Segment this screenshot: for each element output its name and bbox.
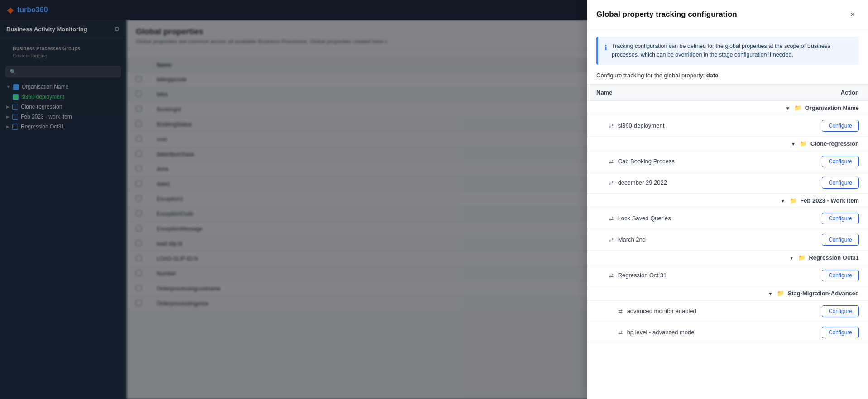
- group-expand-icon[interactable]: ▼: [791, 142, 796, 147]
- item-name-cell: ⇄ sl360-deployment: [587, 115, 778, 136]
- item-action-cell: Configure: [778, 300, 868, 322]
- folder-icon: 📁: [794, 104, 801, 111]
- process-icon: ⇄: [609, 123, 614, 129]
- item-label: March 2nd: [618, 236, 646, 243]
- folder-icon: 📁: [800, 140, 807, 147]
- configure-button-march[interactable]: Configure: [822, 234, 859, 246]
- group-label[interactable]: ▼ 📁 Stag-Migration-Advanced: [587, 286, 868, 300]
- modal-overlay: Global property tracking configuration ×…: [0, 0, 868, 399]
- item-row-sl360: ⇄ sl360-deployment Configure: [587, 115, 868, 136]
- configure-button-dec29[interactable]: Configure: [822, 177, 859, 189]
- configure-button-bplevel[interactable]: Configure: [822, 327, 859, 338]
- item-row-advmon: ⇄ advanced monitor enabled Configure: [587, 300, 868, 322]
- item-action-cell: Configure: [778, 208, 868, 229]
- property-name: date: [706, 72, 719, 79]
- group-expand-icon[interactable]: ▼: [768, 291, 772, 296]
- process-icon: ⇄: [618, 329, 623, 336]
- modal-header: Global property tracking configuration ×: [587, 0, 868, 29]
- item-row-march: ⇄ March 2nd Configure: [587, 229, 868, 250]
- group-name: Stag-Migration-Advanced: [788, 290, 859, 297]
- info-icon: ℹ: [604, 43, 607, 59]
- group-row-stag: ▼ 📁 Stag-Migration-Advanced: [587, 286, 868, 300]
- action-column-header: Action: [778, 84, 868, 100]
- folder-icon: 📁: [798, 254, 806, 261]
- group-row-regOct: ▼ 📁 Regression Oct31: [587, 250, 868, 265]
- group-label[interactable]: ▼ 📁 Feb 2023 - Work Item: [587, 193, 868, 208]
- process-icon: ⇄: [609, 237, 614, 243]
- item-row-lock: ⇄ Lock Saved Queries Configure: [587, 208, 868, 229]
- item-label: Lock Saved Queries: [618, 215, 671, 222]
- property-tracking-table: Name Action ▼ 📁 Organisation Name ⇄ sl36…: [587, 84, 868, 343]
- item-action-cell: Configure: [778, 151, 868, 172]
- modal-body: ℹ Tracking configuration can be defined …: [587, 29, 868, 399]
- info-banner: ℹ Tracking configuration can be defined …: [596, 37, 859, 65]
- item-name-cell: ⇄ Cab Booking Process: [587, 151, 778, 172]
- info-text: Tracking configuration can be defined fo…: [612, 42, 853, 59]
- item-name-cell: ⇄ March 2nd: [587, 229, 778, 250]
- configure-button-cab[interactable]: Configure: [822, 156, 859, 167]
- group-row-clone: ▼ 📁 Clone-regression: [587, 136, 868, 151]
- group-name: Regression Oct31: [809, 254, 859, 261]
- item-label: december 29 2022: [618, 179, 667, 186]
- group-label[interactable]: ▼ 📁 Organisation Name: [587, 100, 868, 115]
- group-expand-icon[interactable]: ▼: [786, 106, 790, 111]
- group-expand-icon[interactable]: ▼: [781, 199, 785, 204]
- item-action-cell: Configure: [778, 265, 868, 286]
- process-icon: ⇄: [609, 180, 614, 186]
- group-row-org: ▼ 📁 Organisation Name: [587, 100, 868, 115]
- item-name-cell: ⇄ advanced monitor enabled: [587, 300, 778, 322]
- process-icon: ⇄: [609, 272, 614, 279]
- item-label: sl360-deployment: [618, 122, 665, 129]
- folder-icon: 📁: [790, 197, 797, 204]
- item-name-cell: ⇄ Lock Saved Queries: [587, 208, 778, 229]
- group-label[interactable]: ▼ 📁 Regression Oct31: [587, 250, 868, 265]
- item-label: advanced monitor enabled: [627, 308, 696, 314]
- process-icon: ⇄: [618, 308, 623, 314]
- configure-tracking-label: Configure tracking for the global proper…: [587, 72, 868, 84]
- name-column-header: Name: [587, 84, 778, 100]
- configure-button-lock[interactable]: Configure: [822, 213, 859, 224]
- group-name: Organisation Name: [805, 104, 859, 111]
- group-name: Feb 2023 - Work Item: [800, 197, 859, 204]
- item-label: Cab Booking Process: [618, 158, 675, 165]
- configure-button-regitem[interactable]: Configure: [822, 270, 859, 281]
- process-icon: ⇄: [609, 158, 614, 165]
- item-name-cell: ⇄ bp level - advanced mode: [587, 322, 778, 343]
- item-action-cell: Configure: [778, 322, 868, 343]
- item-row-cab: ⇄ Cab Booking Process Configure: [587, 151, 868, 172]
- modal-close-button[interactable]: ×: [846, 8, 859, 21]
- item-row-dec29: ⇄ december 29 2022 Configure: [587, 172, 868, 193]
- item-name-cell: ⇄ Regression Oct 31: [587, 265, 778, 286]
- item-row-bplevel: ⇄ bp level - advanced mode Configure: [587, 322, 868, 343]
- group-label[interactable]: ▼ 📁 Clone-regression: [587, 136, 868, 151]
- modal-title: Global property tracking configuration: [596, 10, 737, 19]
- group-row-feb: ▼ 📁 Feb 2023 - Work Item: [587, 193, 868, 208]
- item-label: bp level - advanced mode: [627, 329, 695, 336]
- item-action-cell: Configure: [778, 172, 868, 193]
- item-row-regitem: ⇄ Regression Oct 31 Configure: [587, 265, 868, 286]
- configure-button-sl360[interactable]: Configure: [822, 120, 859, 132]
- configure-button-advmon[interactable]: Configure: [822, 305, 859, 317]
- process-icon: ⇄: [609, 215, 614, 222]
- group-expand-icon[interactable]: ▼: [789, 256, 794, 261]
- configure-prefix: Configure tracking for the global proper…: [596, 72, 705, 79]
- item-name-cell: ⇄ december 29 2022: [587, 172, 778, 193]
- item-action-cell: Configure: [778, 229, 868, 250]
- item-action-cell: Configure: [778, 115, 868, 136]
- group-name: Clone-regression: [810, 140, 859, 147]
- folder-icon: 📁: [777, 290, 784, 297]
- tracking-config-modal: Global property tracking configuration ×…: [587, 0, 868, 399]
- item-label: Regression Oct 31: [618, 272, 667, 279]
